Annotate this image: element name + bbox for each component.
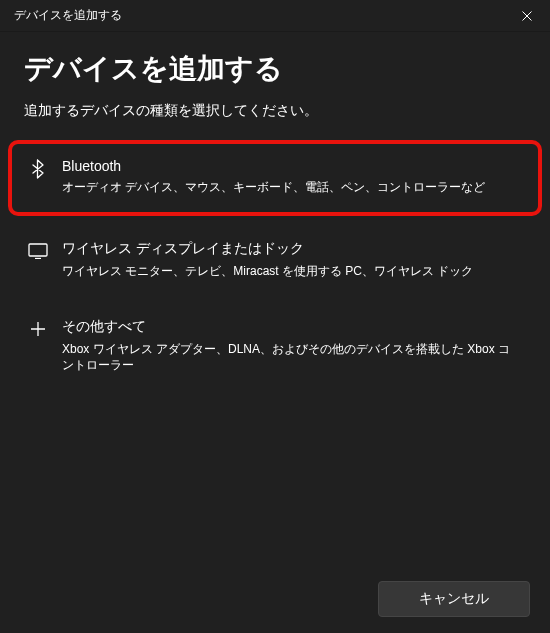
display-icon [28, 241, 48, 261]
option-title: その他すべて [62, 318, 522, 336]
option-other[interactable]: その他すべて Xbox ワイヤレス アダプター、DLNA、およびその他のデバイス… [8, 300, 542, 395]
close-button[interactable] [504, 0, 550, 32]
cancel-button[interactable]: キャンセル [378, 581, 530, 617]
option-text: ワイヤレス ディスプレイまたはドック ワイヤレス モニター、テレビ、Miraca… [62, 240, 522, 280]
option-title: Bluetooth [62, 158, 522, 174]
option-desc: ワイヤレス モニター、テレビ、Miracast を使用する PC、ワイヤレス ド… [62, 263, 522, 280]
page-title: デバイスを追加する [24, 50, 526, 88]
option-title: ワイヤレス ディスプレイまたはドック [62, 240, 522, 258]
content-area: デバイスを追加する 追加するデバイスの種類を選択してください。 Bluetoot… [0, 32, 550, 394]
options-list: Bluetooth オーディオ デバイス、マウス、キーボード、電話、ペン、コント… [8, 140, 542, 394]
option-text: Bluetooth オーディオ デバイス、マウス、キーボード、電話、ペン、コント… [62, 158, 522, 196]
option-desc: オーディオ デバイス、マウス、キーボード、電話、ペン、コントローラーなど [62, 179, 522, 196]
option-wireless-display[interactable]: ワイヤレス ディスプレイまたはドック ワイヤレス モニター、テレビ、Miraca… [8, 222, 542, 300]
option-bluetooth[interactable]: Bluetooth オーディオ デバイス、マウス、キーボード、電話、ペン、コント… [8, 140, 542, 216]
svg-rect-0 [29, 244, 47, 256]
footer: キャンセル [378, 581, 530, 617]
titlebar: デバイスを追加する [0, 0, 550, 32]
option-text: その他すべて Xbox ワイヤレス アダプター、DLNA、およびその他のデバイス… [62, 318, 522, 375]
bluetooth-icon [28, 159, 48, 179]
titlebar-title: デバイスを追加する [14, 7, 122, 24]
option-desc: Xbox ワイヤレス アダプター、DLNA、およびその他のデバイスを搭載した X… [62, 341, 522, 375]
close-icon [522, 11, 532, 21]
plus-icon [28, 319, 48, 339]
page-subtitle: 追加するデバイスの種類を選択してください。 [24, 102, 526, 120]
